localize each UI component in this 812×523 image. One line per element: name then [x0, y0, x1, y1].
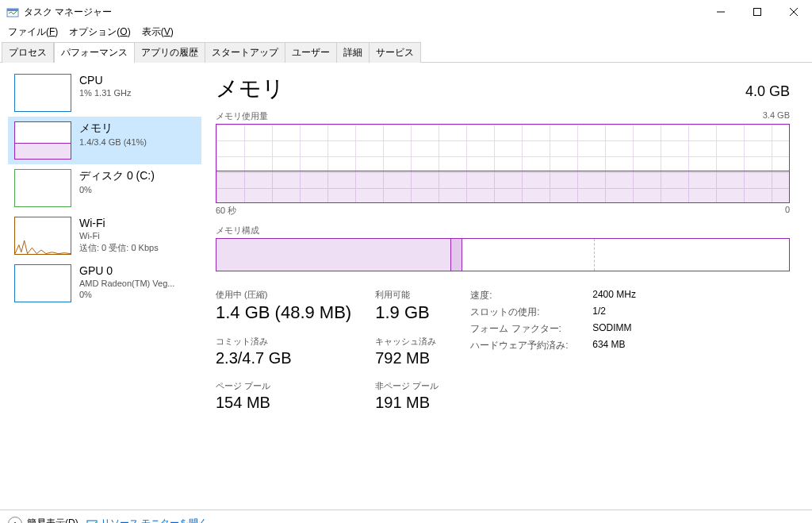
sidebar-item-memory[interactable]: メモリ 1.4/3.4 GB (41%)	[8, 117, 201, 164]
svg-rect-1	[7, 9, 18, 11]
sidebar-wifi-title: Wi-Fi	[79, 217, 159, 229]
memory-composition-chart[interactable]	[216, 238, 790, 271]
disk-thumb	[14, 169, 71, 207]
comp-in-use	[216, 239, 451, 271]
comp-standby	[462, 239, 594, 271]
close-button[interactable]	[776, 0, 812, 24]
window-controls	[703, 0, 812, 24]
svg-rect-3	[754, 9, 761, 16]
fewer-details-button[interactable]: 簡易表示(D)	[8, 517, 79, 524]
sidebar-disk-title: ディスク 0 (C:)	[79, 169, 155, 183]
in-use-value: 1.4 GB (48.9 MB)	[216, 302, 351, 323]
main-panel: メモリ 4.0 GB メモリ使用量 3.4 GB 60 秒 0 メモリ構成 使用…	[201, 63, 812, 510]
page-title: メモリ	[216, 74, 285, 104]
chevron-up-icon	[8, 517, 22, 524]
sidebar-memory-title: メモリ	[79, 121, 147, 136]
committed-value: 2.3/4.7 GB	[216, 349, 351, 367]
gpu-thumb	[14, 264, 71, 302]
minimize-button[interactable]	[703, 0, 739, 24]
slots-key: スロットの使用:	[470, 306, 573, 319]
tab-performance[interactable]: パフォーマンス	[54, 42, 135, 63]
usage-chart-label: メモリ使用量	[216, 110, 268, 122]
slots-val: 1/2	[592, 306, 606, 319]
sidebar-gpu-sub1: AMD Radeon(TM) Veg...	[79, 279, 174, 288]
axis-left: 60 秒	[216, 205, 236, 217]
system-info: 速度:2400 MHz スロットの使用:1/2 フォーム ファクター:SODIM…	[470, 289, 636, 412]
paged-label: ページ プール	[216, 380, 351, 392]
sidebar-wifi-sub2: 送信: 0 受信: 0 Kbps	[79, 242, 159, 254]
menu-options[interactable]: オプション(O)	[64, 24, 135, 40]
sidebar-item-disk[interactable]: ディスク 0 (C:) 0%	[8, 164, 201, 212]
form-val: SODIMM	[592, 322, 631, 336]
maximize-button[interactable]	[739, 0, 776, 24]
nonpaged-label: 非ページ プール	[375, 380, 439, 392]
available-label: 利用可能	[375, 289, 439, 301]
footer: 簡易表示(D) リソース モニターを開く	[0, 510, 812, 523]
sidebar-gpu-sub2: 0%	[79, 290, 174, 299]
form-key: フォーム ファクター:	[470, 322, 573, 336]
sidebar-memory-sub: 1.4/3.4 GB (41%)	[79, 137, 147, 147]
sidebar-disk-sub: 0%	[79, 185, 155, 194]
memory-usage-chart[interactable]	[216, 124, 790, 203]
tab-users[interactable]: ユーザー	[285, 42, 337, 63]
sidebar-item-gpu[interactable]: GPU 0 AMD Radeon(TM) Veg... 0%	[8, 260, 201, 307]
axis-right: 0	[785, 205, 790, 217]
paged-value: 154 MB	[216, 394, 351, 412]
menubar: ファイル(F) オプション(O) 表示(V)	[0, 24, 812, 40]
sidebar-item-cpu[interactable]: CPU 1% 1.31 GHz	[8, 69, 201, 117]
cached-value: 792 MB	[375, 349, 439, 367]
content: CPU 1% 1.31 GHz メモリ 1.4/3.4 GB (41%) ディス…	[0, 63, 812, 510]
tab-details[interactable]: 詳細	[336, 42, 370, 63]
menu-view[interactable]: 表示(V)	[137, 24, 178, 40]
tab-services[interactable]: サービス	[369, 42, 421, 63]
cpu-thumb	[14, 74, 71, 112]
tab-processes[interactable]: プロセス	[2, 42, 54, 63]
sidebar-cpu-sub: 1% 1.31 GHz	[79, 88, 131, 98]
committed-label: コミット済み	[216, 336, 351, 348]
comp-modified	[451, 239, 462, 271]
app-icon	[6, 6, 19, 18]
memory-total: 4.0 GB	[745, 83, 790, 100]
nonpaged-value: 191 MB	[375, 394, 439, 412]
in-use-label: 使用中 (圧縮)	[216, 289, 351, 301]
sidebar-cpu-title: CPU	[79, 74, 131, 87]
cached-label: キャッシュ済み	[375, 336, 439, 348]
titlebar: タスク マネージャー	[0, 0, 812, 24]
resource-monitor-label: リソース モニターを開く	[101, 517, 208, 523]
composition-label: メモリ構成	[216, 225, 790, 237]
window-title: タスク マネージャー	[24, 6, 703, 19]
menu-file[interactable]: ファイル(F)	[3, 24, 63, 40]
speed-key: 速度:	[470, 289, 573, 302]
sidebar-wifi-sub1: Wi-Fi	[79, 231, 159, 240]
open-resource-monitor-link[interactable]: リソース モニターを開く	[86, 517, 208, 523]
stats-grid: 使用中 (圧縮) 1.4 GB (48.9 MB) 利用可能 1.9 GB コミ…	[216, 289, 439, 412]
resource-monitor-icon	[86, 518, 98, 524]
reserved-key: ハードウェア予約済み:	[470, 339, 573, 352]
memory-thumb	[14, 121, 71, 160]
tab-startup[interactable]: スタートアップ	[205, 42, 285, 63]
sidebar: CPU 1% 1.31 GHz メモリ 1.4/3.4 GB (41%) ディス…	[0, 63, 201, 510]
comp-free	[595, 239, 789, 271]
wifi-thumb	[14, 217, 71, 255]
usage-chart-max: 3.4 GB	[763, 110, 790, 122]
tab-strip: プロセス パフォーマンス アプリの履歴 スタートアップ ユーザー 詳細 サービス	[0, 41, 812, 63]
usage-fill	[216, 171, 789, 202]
available-value: 1.9 GB	[375, 302, 439, 323]
sidebar-item-wifi[interactable]: Wi-Fi Wi-Fi 送信: 0 受信: 0 Kbps	[8, 212, 201, 260]
sidebar-gpu-title: GPU 0	[79, 264, 174, 277]
speed-val: 2400 MHz	[592, 289, 636, 302]
reserved-val: 634 MB	[592, 339, 625, 352]
tab-app-history[interactable]: アプリの履歴	[134, 42, 205, 63]
